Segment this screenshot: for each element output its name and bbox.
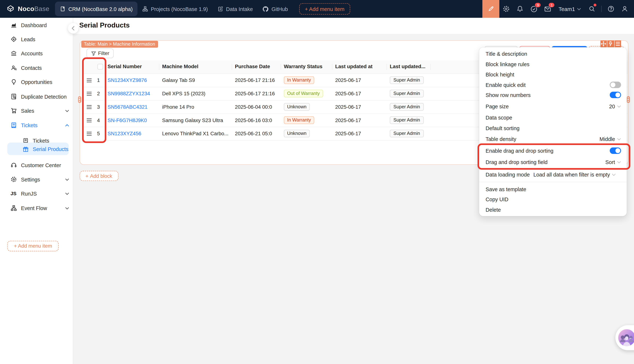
sidebar-item-accounts[interactable]: Accounts <box>0 47 73 60</box>
block-drag-move-icon[interactable] <box>600 40 607 47</box>
last-updated-cell: 2025-06-17 <box>332 117 387 123</box>
sidebar-item-event-flow[interactable]: Event Flow <box>0 202 73 214</box>
column-header[interactable]: Serial Number <box>106 60 159 73</box>
sidebar-item-customer-center[interactable]: Customer Center <box>0 159 73 172</box>
help-button[interactable] <box>604 0 618 18</box>
sidebar-item-tickets-group[interactable]: Tickets <box>0 119 73 132</box>
updated-by-tag: Super Admin <box>390 76 424 84</box>
warranty-status-badge: Unknown <box>284 103 310 111</box>
warranty-status-badge: In Warranty <box>284 116 314 124</box>
warranty-status-badge: In Warranty <box>284 76 314 84</box>
sidebar-item-label: RunJS <box>21 190 37 196</box>
tab-projects[interactable]: Projects (NocoBase 1.9) <box>138 2 213 16</box>
menu-item-page-size[interactable]: Page size 20 <box>479 101 627 112</box>
tasks-button[interactable]: 9 <box>527 0 541 18</box>
quick-edit-toggle[interactable] <box>610 82 621 88</box>
block-resize-handle-right[interactable] <box>626 96 630 103</box>
tab-crm[interactable]: CRM (NocoBase 2.0 alpha) <box>55 2 138 16</box>
user-account-button[interactable] <box>618 0 631 18</box>
menu-item-delete[interactable]: Delete <box>479 204 627 215</box>
menu-item-title-description[interactable]: Title & description <box>479 48 627 59</box>
serial-number-link[interactable]: SN1234XYZ9876 <box>108 77 147 83</box>
select-all-checkbox[interactable] <box>97 64 103 70</box>
drag-handle-icon[interactable] <box>87 105 92 109</box>
contacts-icon <box>11 65 17 71</box>
menu-item-default-sorting[interactable]: Default sorting <box>479 123 627 133</box>
menu-item-data-loading-mode[interactable]: Data loading mode Load all data when fil… <box>479 169 627 180</box>
avatar[interactable] <box>618 329 634 346</box>
show-row-numbers-toggle[interactable] <box>610 92 621 98</box>
sidebar-item-runjs[interactable]: JS RunJS <box>0 187 73 200</box>
column-header[interactable]: Warranty Status <box>281 60 332 73</box>
sidebar-item-duplicate-detection[interactable]: Duplicate Detection <box>0 90 73 103</box>
menu-item-block-linkage-rules[interactable]: Block linkage rules <box>479 59 627 70</box>
filter-button[interactable]: Filter <box>86 48 114 58</box>
navbar-add-menu-item-button[interactable]: + Add menu item <box>299 3 350 15</box>
sidebar-item-dashboard[interactable]: Dashboard <box>0 18 73 32</box>
sidebar-add-menu-item-button[interactable]: + Add menu item <box>7 241 59 251</box>
nocobase-logo[interactable]: NocoBase <box>0 4 55 13</box>
last-updated-cell: 2025-06-17 <box>332 104 387 110</box>
sidebar-item-contacts[interactable]: Contacts <box>0 62 73 74</box>
purchase-date-cell: 2025-06-21 05:0 <box>232 131 281 136</box>
sidebar-item-label: Leads <box>21 36 36 42</box>
drag-handle-icon[interactable] <box>87 118 92 122</box>
settings-gear-button[interactable] <box>500 0 513 18</box>
updated-by-tag: Super Admin <box>390 116 424 124</box>
sidebar-item-sales[interactable]: Sales <box>0 104 73 117</box>
menu-item-block-height[interactable]: Block height <box>479 69 627 80</box>
column-header[interactable]: Purchase Date <box>232 60 281 73</box>
menu-item-show-row-numbers[interactable]: Show row numbers <box>479 90 627 100</box>
page-title: Serial Products <box>79 22 130 30</box>
last-updated-cell: 2025-06-17 <box>332 91 387 96</box>
sidebar-item-leads[interactable]: Leads <box>0 33 73 46</box>
sidebar-item-settings[interactable]: Settings <box>0 173 73 186</box>
purchase-date-cell: 2025-06-04 00:0 <box>232 104 281 110</box>
ui-editor-button[interactable] <box>483 0 500 18</box>
menu-item-data-scope[interactable]: Data scope <box>479 112 627 123</box>
pen-icon <box>487 5 495 13</box>
sidebar-item-serial-products[interactable]: Serial Products <box>0 142 73 156</box>
drag-handle-icon[interactable] <box>87 78 92 82</box>
menu-item-table-density[interactable]: Table density Middle <box>479 134 627 144</box>
menu-item-drag-drop-sorting-field[interactable]: Drag and drop sorting field Sort <box>479 157 627 167</box>
menu-item-enable-drag-drop-sorting[interactable]: Enable drag and drop sorting <box>479 145 627 156</box>
column-header[interactable]: Last updated at <box>332 60 387 73</box>
sidebar-item-label: Settings <box>21 176 40 182</box>
machine-model-cell: Dell XPS 15 (2023) <box>159 91 232 96</box>
sidebar-collapse-button[interactable] <box>68 23 78 34</box>
messages-button[interactable]: 1 <box>541 0 555 18</box>
github-icon <box>262 6 268 12</box>
sidebar-item-label: Accounts <box>21 50 43 56</box>
team-switcher[interactable]: Team1 <box>559 6 581 12</box>
updated-by-tag: Super Admin <box>390 103 424 111</box>
block-designer-label: Table: Main > Machine Information <box>81 41 158 48</box>
org-chart-icon <box>142 6 148 12</box>
tab-github[interactable]: GitHub <box>258 2 293 16</box>
block-settings-menu-icon[interactable] <box>614 40 621 47</box>
nocobase-logo-icon <box>6 4 15 13</box>
machine-model-cell: iPhone 14 Pro <box>159 104 232 110</box>
serial-number-link[interactable]: SN5678ABC4321 <box>108 104 148 110</box>
tab-data-intake[interactable]: Data Intake <box>213 2 258 16</box>
add-block-button[interactable]: + Add block <box>79 171 118 181</box>
ticket-icon <box>11 122 17 128</box>
column-header[interactable]: Machine Model <box>159 60 232 73</box>
sidebar-item-opportunities[interactable]: Opportunities <box>0 76 73 88</box>
drag-drop-sorting-toggle[interactable] <box>610 147 621 154</box>
serial-number-link[interactable]: SN123XYZ456 <box>108 131 141 136</box>
menu-item-copy-uid[interactable]: Copy UID <box>479 194 627 204</box>
column-header[interactable]: Last updated... <box>387 60 430 73</box>
search-button[interactable] <box>585 0 599 18</box>
tab-projects-label: Projects (NocoBase 1.9) <box>151 6 208 12</box>
drag-handle-icon[interactable] <box>87 132 92 136</box>
tab-crm-label: CRM (NocoBase 2.0 alpha) <box>68 6 133 12</box>
serial-number-link[interactable]: SN9988ZZYX1234 <box>108 91 150 96</box>
notifications-bell-button[interactable] <box>513 0 527 18</box>
menu-item-enable-quick-edit[interactable]: Enable quick edit <box>479 80 627 90</box>
block-quick-settings-lightning-icon[interactable] <box>607 40 614 47</box>
menu-item-save-as-template[interactable]: Save as template <box>479 184 627 194</box>
serial-number-link[interactable]: SN-F6G7H8J9K0 <box>108 117 147 123</box>
drag-handle-icon[interactable] <box>87 92 92 96</box>
block-resize-handle-left[interactable] <box>78 96 81 103</box>
